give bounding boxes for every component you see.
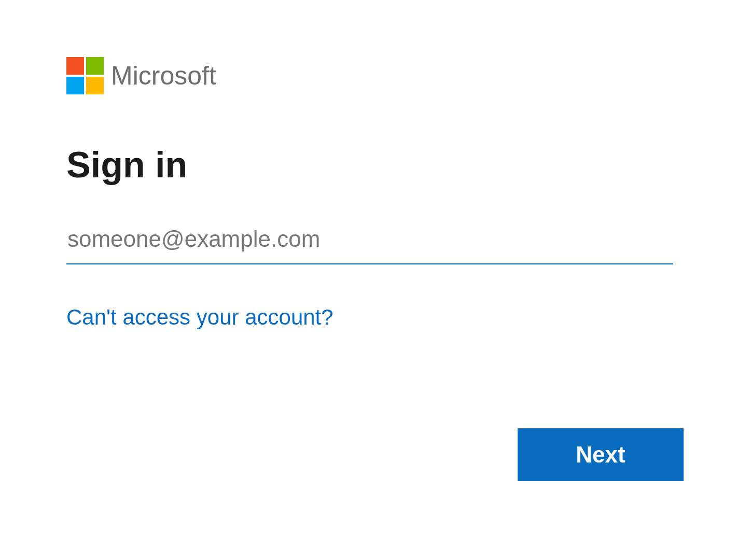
microsoft-logo-icon [66,57,104,94]
email-input[interactable] [66,223,673,264]
page-title: Sign in [66,144,684,186]
cant-access-account-link[interactable]: Can't access your account? [66,305,333,330]
signin-card: Microsoft Sign in Can't access your acco… [66,57,684,481]
brand-name: Microsoft [111,61,216,91]
brand-row: Microsoft [66,57,684,94]
next-button[interactable]: Next [518,428,684,481]
button-row: Next [66,428,684,481]
